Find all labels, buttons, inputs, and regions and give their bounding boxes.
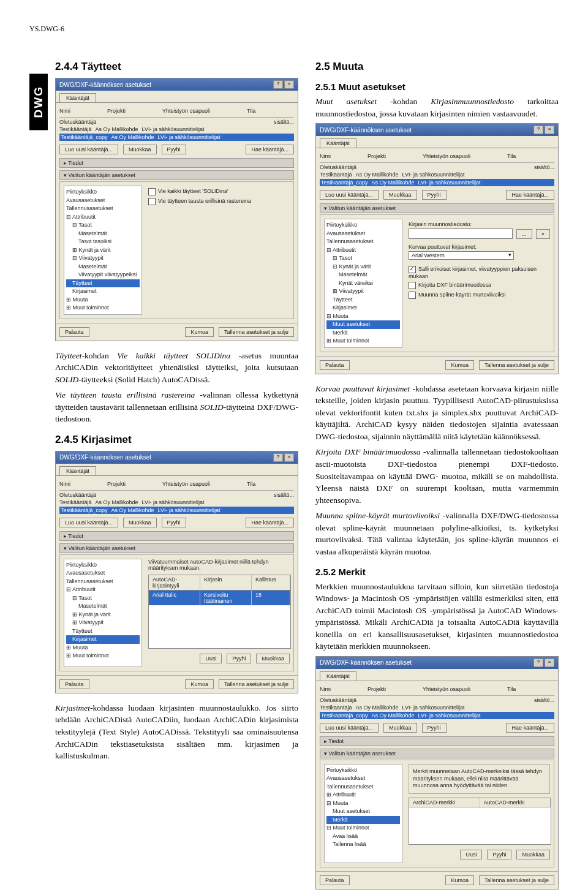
btn-kumoa[interactable]: Kumoa xyxy=(185,327,214,337)
chk-muunna-spline[interactable] xyxy=(409,292,416,299)
para-spline: Muunna spline-käyrät murtoviivoiksi -val… xyxy=(315,510,559,557)
para-dxf-bin: Kirjoita DXF binäärimuodossa -valinnalla… xyxy=(315,446,559,506)
tree-merkit-selected: Merkit xyxy=(326,816,400,825)
help-icon[interactable]: ? xyxy=(533,126,543,134)
section-valitun[interactable]: ▾ Valitun kääntäjän asetukset xyxy=(59,170,294,180)
para-tayteet-1: Täytteet-kohdan Vie kaikki täytteet SOLI… xyxy=(55,350,298,386)
screenshot-merkit: DWG/DXF-käännöksen asetukset ? × Kääntäj… xyxy=(315,656,559,889)
titlebar: DWG/DXF-käännöksen asetukset ? × xyxy=(56,78,298,91)
screenshot-tayteet: DWG/DXF-käännöksen asetukset ? × Kääntäj… xyxy=(55,78,298,341)
btn-uusi[interactable]: Uusi xyxy=(200,654,222,663)
dialog-title: DWG/DXF-käännöksen asetukset xyxy=(59,81,151,88)
tree-tayteet-selected: Täytteet xyxy=(66,279,140,288)
col-nimi: Nimi xyxy=(59,108,70,114)
help-icon[interactable]: ? xyxy=(273,80,283,89)
heading-251: 2.5.1 Muut asetukset xyxy=(315,81,559,92)
chk-vie-tausta[interactable] xyxy=(148,198,156,205)
col-projekti: Projekti xyxy=(107,108,126,114)
help-icon[interactable]: ? xyxy=(533,659,543,667)
para-tayteet-2: Vie täytteen tausta erillisinä rasterein… xyxy=(55,389,298,425)
heading-252-merkit: 2.5.2 Merkit xyxy=(315,567,559,577)
page-header-code: YS.DWG-6 xyxy=(29,25,559,34)
font-file-field[interactable] xyxy=(409,228,513,239)
heading-244-tayteet: 2.4.4 Täytteet xyxy=(55,61,298,73)
tree-muut-asetukset-selected: Muut asetukset xyxy=(326,320,400,329)
help-icon[interactable]: ? xyxy=(273,453,283,462)
btn-hae[interactable]: Hae kääntäjä... xyxy=(246,145,294,154)
screenshot-muut-asetukset: DWG/DXF-käännöksen asetukset ? × Kääntäj… xyxy=(315,123,559,374)
section-tiedot[interactable]: ▸ Tiedot xyxy=(59,158,294,168)
close-icon[interactable]: × xyxy=(545,126,554,134)
row-testik[interactable]: Testikääntäjä xyxy=(59,126,92,132)
settings-tree[interactable]: Piirtoyksikkö Avausasetukset Tallennusas… xyxy=(64,186,142,315)
chk-kirjoita-dxf[interactable] xyxy=(409,282,416,289)
para-251-intro: Muut asetukset -kohdan Kirjasinmuunnosti… xyxy=(315,96,559,119)
btn-muokkaa[interactable]: Muokkaa xyxy=(123,145,157,154)
dialog-title: DWG/DXF-käännöksen asetukset xyxy=(59,454,151,461)
para-korvaa: Korvaa puuttuvat kirjasimet -kohdassa as… xyxy=(315,383,559,443)
char-map-table[interactable]: ArchiCAD-merkki AutoCAD-merkki xyxy=(409,798,551,845)
row-oletus[interactable]: Oletuskääntäjä xyxy=(59,119,96,125)
col-yht: Yhteistyön osapuoli xyxy=(162,108,210,114)
right-column: 2.5 Muuta 2.5.1 Muut asetukset Muut aset… xyxy=(315,52,559,895)
para-merkit: Merkkien muunnostaulukkoa tarvitaan sill… xyxy=(315,581,559,652)
row-testik-copy[interactable]: Testikääntäjä_copy xyxy=(61,134,108,140)
btn-tallenna[interactable]: Tallenna asetukset ja sulje xyxy=(219,327,294,337)
screenshot-kirjasimet: DWG/DXF-käännöksen asetukset ? × Kääntäj… xyxy=(55,451,298,693)
close-icon[interactable]: × xyxy=(545,659,554,667)
browse-button[interactable]: ... xyxy=(516,229,532,239)
close-icon[interactable]: × xyxy=(284,453,294,462)
col-tila: Tila xyxy=(247,108,255,114)
font-list-table[interactable]: AutoCAD-kirjasintyyli Kirjasin Kallistus… xyxy=(148,575,291,649)
close-icon[interactable]: × xyxy=(284,80,294,89)
clear-button[interactable]: × xyxy=(536,229,550,239)
left-column: 2.4.4 Täytteet DWG/DXF-käännöksen asetuk… xyxy=(29,52,298,895)
tab-kaantajat[interactable]: Kääntäjät xyxy=(59,93,96,102)
btn-pyyhi[interactable]: Pyyhi xyxy=(162,145,186,154)
chk-vie-kaikki[interactable] xyxy=(148,188,156,195)
para-kirjasimet: Kirjasimet-kohdassa luodaan kirjasinten … xyxy=(55,702,298,762)
chk-salli[interactable] xyxy=(409,266,416,273)
tree-kirjasimet-selected: Kirjasimet xyxy=(66,635,140,644)
btn-palauta[interactable]: Palauta xyxy=(59,327,89,337)
tab-kaantajat[interactable]: Kääntäjät xyxy=(59,466,96,475)
heading-245-kirjasimet: 2.4.5 Kirjasimet xyxy=(55,434,298,446)
replace-font-select[interactable]: Arial Western xyxy=(409,251,514,260)
btn-luo[interactable]: Luo uusi kääntäjä... xyxy=(59,145,118,154)
heading-25-muuta: 2.5 Muuta xyxy=(315,61,559,73)
